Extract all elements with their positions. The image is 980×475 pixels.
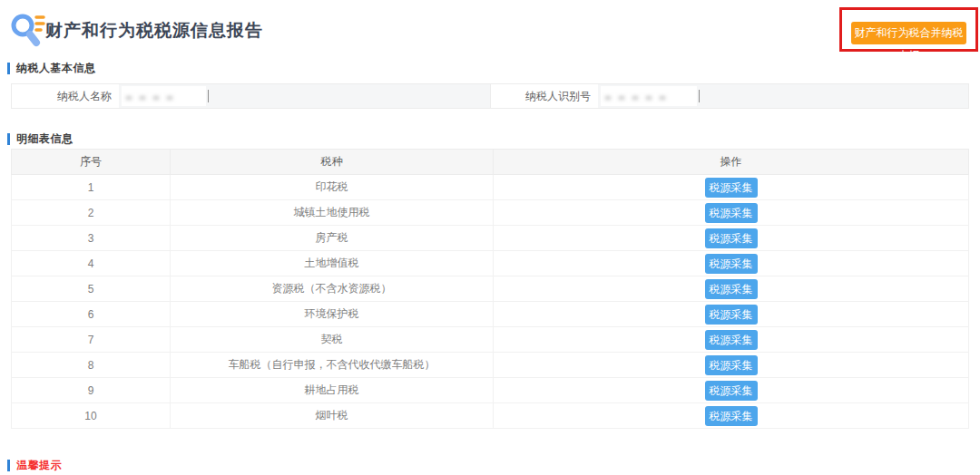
row-action-cell: 税源采集: [494, 226, 969, 251]
field-caret: [699, 90, 700, 102]
section-accent-bar: [7, 133, 10, 145]
tax-source-collect-button[interactable]: 税源采集: [705, 279, 758, 299]
row-tax-type: 车船税（自行申报，不含代收代缴车船税）: [171, 353, 494, 378]
row-no: 1: [12, 175, 171, 200]
row-tax-type: 烟叶税: [171, 403, 494, 429]
tax-source-collect-button[interactable]: 税源采集: [705, 355, 758, 375]
row-action-cell: 税源采集: [494, 302, 969, 327]
row-tax-type: 耕地占用税: [171, 378, 494, 403]
redacted-taxpayer-id: [601, 86, 697, 106]
table-row: 9 耕地占用税 税源采集: [12, 378, 969, 403]
tax-source-collect-button[interactable]: 税源采集: [705, 254, 758, 274]
row-no: 7: [12, 327, 171, 353]
taxpayer-id-field: [598, 84, 968, 108]
taxpayer-name-label: 纳税人名称: [12, 84, 119, 108]
table-row: 3 房产税 税源采集: [12, 226, 969, 251]
row-no: 5: [12, 276, 171, 302]
row-action-cell: 税源采集: [494, 200, 969, 226]
table-row: 1 印花税 税源采集: [12, 175, 969, 200]
row-tax-type: 环境保护税: [171, 302, 494, 327]
row-action-cell: 税源采集: [494, 175, 969, 200]
table-row: 4 土地增值税 税源采集: [12, 251, 969, 276]
section-accent-bar: [7, 460, 10, 471]
search-list-icon: [9, 11, 45, 49]
tax-source-collect-button[interactable]: 税源采集: [705, 381, 758, 401]
row-no: 8: [12, 353, 171, 378]
table-row: 10 烟叶税 税源采集: [12, 403, 969, 429]
taxpayer-id-label: 纳税人识别号: [491, 84, 598, 108]
table-row: 5 资源税（不含水资源税） 税源采集: [12, 276, 969, 302]
basic-info-section-title: 纳税人基本信息: [16, 61, 96, 76]
row-tax-type: 城镇土地使用税: [171, 200, 494, 226]
tips-section-title: 温馨提示: [16, 458, 62, 473]
taxpayer-name-field: [119, 84, 491, 108]
table-row: 7 契税 税源采集: [12, 327, 969, 353]
detail-section-title: 明细表信息: [16, 131, 74, 147]
tax-source-collect-button[interactable]: 税源采集: [705, 330, 758, 350]
tax-source-collect-button[interactable]: 税源采集: [705, 305, 758, 325]
merged-tax-declaration-button[interactable]: 财产和行为税合并纳税申报: [851, 22, 966, 44]
tips-section-header: 温馨提示: [7, 459, 62, 471]
row-no: 6: [12, 302, 171, 327]
row-no: 3: [12, 226, 171, 251]
row-action-cell: 税源采集: [494, 403, 969, 429]
row-action-cell: 税源采集: [494, 251, 969, 276]
basic-info-section-header: 纳税人基本信息: [7, 62, 96, 74]
row-no: 2: [12, 200, 171, 226]
row-action-cell: 税源采集: [494, 276, 969, 302]
row-tax-type: 房产税: [171, 226, 494, 251]
table-row: 2 城镇土地使用税 税源采集: [12, 200, 969, 226]
section-accent-bar: [7, 63, 10, 74]
tax-source-collect-button[interactable]: 税源采集: [705, 178, 758, 198]
row-no: 4: [12, 251, 171, 276]
redacted-taxpayer-name: [122, 86, 206, 106]
taxpayer-basic-info-row: 纳税人名称 纳税人识别号: [11, 83, 969, 109]
col-header-no: 序号: [12, 150, 171, 175]
tax-source-collect-button[interactable]: 税源采集: [705, 228, 758, 248]
tax-source-collect-button[interactable]: 税源采集: [705, 406, 758, 426]
table-row: 6 环境保护税 税源采集: [12, 302, 969, 327]
row-no: 10: [12, 403, 171, 429]
tax-source-collect-button[interactable]: 税源采集: [705, 203, 758, 223]
row-tax-type: 土地增值税: [171, 251, 494, 276]
row-action-cell: 税源采集: [494, 378, 969, 403]
row-action-cell: 税源采集: [494, 327, 969, 353]
tax-type-table: 序号 税种 操作 1 印花税 税源采集 2 城镇土地使用税 税源采集 3 房产税…: [11, 149, 969, 429]
row-no: 9: [12, 378, 171, 403]
row-action-cell: 税源采集: [494, 353, 969, 378]
red-highlight-annotation: 财产和行为税合并纳税申报: [839, 7, 978, 52]
page-title: 财产和行为税税源信息报告: [45, 19, 263, 43]
col-header-action: 操作: [494, 150, 969, 175]
table-header-row: 序号 税种 操作: [12, 150, 969, 175]
tax-source-report-page: 财产和行为税税源信息报告 财产和行为税合并纳税申报 纳税人基本信息 纳税人名称 …: [0, 0, 980, 475]
col-header-tax: 税种: [171, 150, 494, 175]
detail-section-header: 明细表信息: [7, 132, 74, 145]
row-tax-type: 契税: [171, 327, 494, 353]
field-caret: [208, 90, 209, 102]
row-tax-type: 印花税: [171, 175, 494, 200]
table-row: 8 车船税（自行申报，不含代收代缴车船税） 税源采集: [12, 353, 969, 378]
row-tax-type: 资源税（不含水资源税）: [171, 276, 494, 302]
